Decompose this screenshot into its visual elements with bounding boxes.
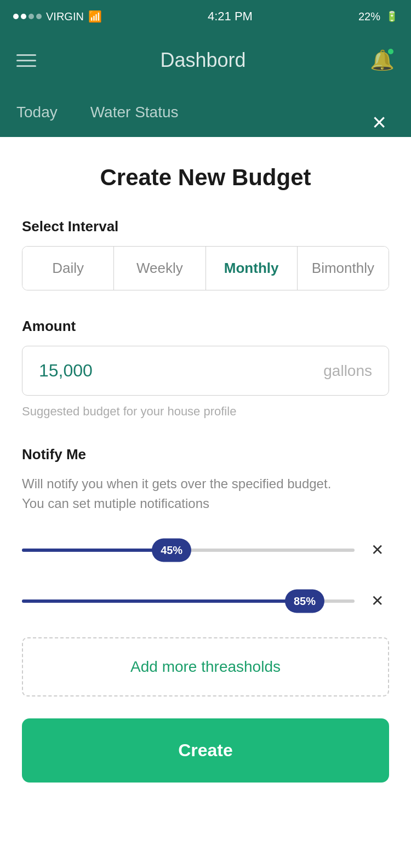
notify-label: Notify Me [22,446,389,463]
slider-track-2[interactable]: 85% [22,599,355,603]
notification-bell[interactable]: 🔔 [370,49,395,72]
signal-dot-1 [13,14,19,19]
slider-fill-2 [22,599,305,603]
app-title: Dashbord [160,49,246,72]
status-time: 4:21 PM [208,9,253,24]
menu-icon[interactable] [16,54,36,67]
signal-dot-3 [28,14,34,19]
nav-tab-water-status[interactable]: Water Status [90,104,179,121]
close-button-area: × [364,107,395,138]
amount-value: 15,000 [39,361,323,381]
slider-thumb-2[interactable]: 85% [285,589,324,613]
app-header: Dashbord 🔔 [0,33,411,88]
add-threshold-button[interactable]: Add more threasholds [22,637,389,696]
slider-delete-btn-2[interactable]: ✕ [366,586,389,615]
carrier-text: VIRGIN [46,10,84,23]
battery-text: 22% [358,10,380,23]
hamburger-line-3 [16,65,36,67]
hamburger-line-1 [16,54,36,56]
slider-delete-btn-1[interactable]: ✕ [366,535,389,564]
amount-label: Amount [22,318,389,335]
signal-dots [13,14,42,19]
interval-label: Select Interval [22,218,389,235]
status-bar: VIRGIN 📶 4:21 PM 22% 🔋 [0,0,411,33]
notify-description: Will notify you when it gets over the sp… [22,474,389,513]
slider-row-2: 85% ✕ [22,586,389,615]
nav-tabs: Today Water Status [0,88,411,137]
modal-title: Create New Budget [22,164,389,191]
notification-dot [388,49,393,54]
interval-btn-weekly[interactable]: Weekly [114,247,206,290]
signal-dot-4 [36,14,42,19]
modal-sheet: Create New Budget Select Interval Daily … [0,137,411,783]
signal-dot-2 [21,14,26,19]
slider-row-1: 45% ✕ [22,535,389,564]
battery-icon: 🔋 [386,10,398,22]
hamburger-line-2 [16,60,36,61]
slider-fill-1 [22,549,172,552]
interval-btn-daily[interactable]: Daily [22,247,114,290]
status-right: 22% 🔋 [358,10,398,23]
amount-suggestion: Suggested budget for your house profile [22,404,389,419]
amount-input-container[interactable]: 15,000 gallons [22,346,389,396]
close-button[interactable]: × [364,107,395,138]
interval-btn-bimonthly[interactable]: Bimonthly [298,247,389,290]
amount-unit: gallons [323,362,372,380]
interval-selector: Daily Weekly Monthly Bimonthly [22,246,389,290]
wifi-icon: 📶 [88,10,102,23]
close-icon: × [372,110,386,134]
nav-tab-today[interactable]: Today [16,104,58,121]
interval-btn-monthly[interactable]: Monthly [206,247,298,290]
create-button[interactable]: Create [22,718,389,783]
status-left: VIRGIN 📶 [13,10,102,23]
slider-thumb-1[interactable]: 45% [152,538,191,562]
slider-track-1[interactable]: 45% [22,549,355,552]
